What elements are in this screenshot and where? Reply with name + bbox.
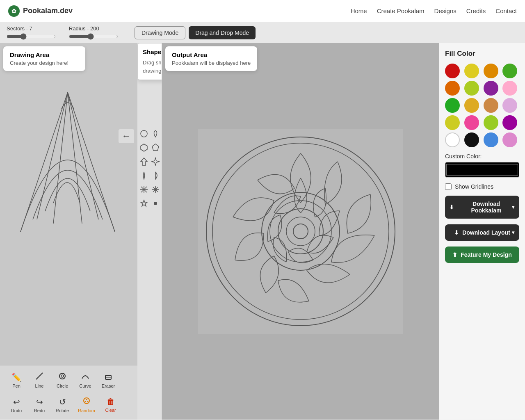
center-canvas[interactable]: Output Area Pookkalam will be displayed … [162, 43, 439, 420]
shape-pentagon[interactable] [151, 142, 160, 153]
circle-icon [58, 372, 66, 382]
svg-marker-18 [141, 158, 147, 165]
nav-links: Home Create Pookalam Designs Credits Con… [351, 7, 517, 14]
sectors-label: Sectors - 7 [7, 25, 56, 32]
radius-control: Radius - 200 [69, 25, 118, 40]
color-swatch-1[interactable] [464, 64, 479, 78]
color-swatch-13[interactable] [464, 115, 479, 130]
shape-menu-desc: Drag shapes from here to drawing area [143, 59, 162, 75]
svg-point-11 [84, 398, 89, 404]
drawing-canvas-area[interactable]: ← [0, 43, 137, 365]
feature-design-button[interactable]: ⬆ Feature My Design [445, 247, 519, 263]
circle-tool[interactable]: Circle [51, 369, 74, 392]
download-pookkalam-label: Download Pookkalam [457, 201, 515, 214]
shape-snowflake2[interactable] [151, 184, 160, 195]
custom-color-input[interactable] [445, 162, 519, 178]
svg-point-12 [86, 399, 87, 400]
pen-tool[interactable]: ✏️ Pen [5, 369, 28, 392]
shape-snowflake1[interactable] [139, 184, 148, 195]
shape-circle-outline[interactable] [139, 128, 148, 139]
redo-label: Redo [34, 408, 45, 413]
shape-half-leaf[interactable] [151, 170, 160, 181]
color-swatch-10[interactable] [484, 98, 498, 113]
svg-line-6 [36, 373, 43, 379]
clear-tool[interactable]: 🗑 Clear [99, 393, 122, 416]
shapes-row-1 [141, 128, 158, 139]
color-swatch-0[interactable] [445, 64, 460, 78]
tools-row-2: ↩ Undo ↪ Redo ↺ Rotate Random [5, 393, 132, 416]
rotate-label: Rotate [56, 408, 69, 413]
color-swatch-6[interactable] [484, 81, 498, 96]
shape-arrow[interactable] [139, 156, 148, 167]
gridlines-label: Show Gridlines [455, 183, 493, 190]
download-icon: ⬇ [449, 204, 454, 210]
brand-icon: ✿ [8, 5, 20, 17]
color-swatch-14[interactable] [484, 115, 498, 130]
drawing-mode-button[interactable]: Drawing Mode [135, 26, 185, 39]
shape-leaf[interactable] [151, 128, 160, 139]
custom-color-label: Custom Color: [445, 153, 519, 160]
color-swatch-8[interactable] [445, 98, 460, 113]
sector-svg [8, 68, 127, 240]
undo-icon: ↩ [13, 397, 20, 407]
color-swatch-9[interactable] [464, 98, 479, 113]
sectors-slider[interactable] [7, 33, 56, 40]
color-swatch-7[interactable] [502, 81, 517, 96]
left-panel: Drawing Area Create your design here! [0, 43, 137, 420]
redo-icon: ↪ [36, 397, 43, 407]
color-swatch-12[interactable] [445, 115, 460, 130]
color-swatch-19[interactable] [502, 132, 517, 147]
nav-designs[interactable]: Designs [434, 7, 457, 14]
svg-rect-31 [198, 129, 403, 334]
undo-tool[interactable]: ↩ Undo [5, 393, 28, 416]
drawing-area-label-box: Drawing Area Create your design here! [3, 46, 85, 71]
svg-point-14 [87, 401, 88, 402]
shape-thin-leaf[interactable] [139, 170, 148, 181]
pen-icon: ✏️ [11, 372, 22, 382]
color-swatch-5[interactable] [464, 81, 479, 96]
nav-home[interactable]: Home [351, 7, 367, 14]
download-layout-icon: ⬇ [454, 229, 459, 236]
radius-label: Radius - 200 [69, 25, 118, 32]
color-swatch-15[interactable] [502, 115, 517, 130]
svg-line-2 [37, 92, 68, 219]
right-panel: Fill Color Custom Color: Show Gridlines … [439, 43, 525, 420]
pen-label: Pen [12, 383, 21, 388]
download-layout-chevron: ▾ [512, 230, 514, 235]
line-tool[interactable]: Line [28, 369, 51, 392]
nav-credits[interactable]: Credits [466, 7, 486, 14]
svg-marker-17 [152, 144, 159, 151]
shape-menu-popup: Shape Menu Drag shapes from here to draw… [137, 43, 162, 80]
svg-marker-19 [152, 158, 159, 165]
color-swatch-3[interactable] [502, 64, 517, 78]
colors-grid [445, 64, 519, 147]
curve-tool[interactable]: Curve [74, 369, 97, 392]
eraser-tool[interactable]: Eraser [97, 369, 120, 392]
random-tool[interactable]: Random [74, 393, 99, 416]
output-area-subtitle: Pookkalam will be displayed here [172, 60, 251, 66]
shape-dot[interactable] [151, 198, 160, 209]
shape-star4[interactable] [151, 156, 160, 167]
top-controls: Sectors - 7 Radius - 200 Drawing Mode Dr… [0, 22, 525, 43]
back-arrow[interactable]: ← [119, 129, 134, 143]
color-swatch-17[interactable] [464, 132, 479, 147]
redo-tool[interactable]: ↪ Redo [28, 393, 51, 416]
gridlines-checkbox[interactable] [445, 183, 452, 190]
rotate-tool[interactable]: ↺ Rotate [51, 393, 74, 416]
nav-create[interactable]: Create Pookalam [377, 7, 425, 14]
color-swatch-16[interactable] [445, 132, 460, 147]
brand: ✿ Pookalam.dev [8, 5, 73, 17]
line-label: Line [35, 383, 44, 388]
svg-marker-29 [141, 200, 147, 206]
color-swatch-2[interactable] [484, 64, 498, 78]
nav-contact[interactable]: Contact [495, 7, 517, 14]
color-swatch-11[interactable] [502, 98, 517, 113]
download-layout-button[interactable]: ⬇ Download Layout ▾ [445, 224, 519, 241]
drag-drop-mode-button[interactable]: Drag and Drop Mode [189, 26, 256, 39]
shape-star5[interactable] [139, 198, 148, 209]
download-pookkalam-button[interactable]: ⬇ Download Pookkalam ▾ [445, 196, 519, 219]
color-swatch-4[interactable] [445, 81, 460, 96]
radius-slider[interactable] [69, 33, 118, 40]
shape-hexagon[interactable] [139, 142, 148, 153]
color-swatch-18[interactable] [484, 132, 498, 147]
